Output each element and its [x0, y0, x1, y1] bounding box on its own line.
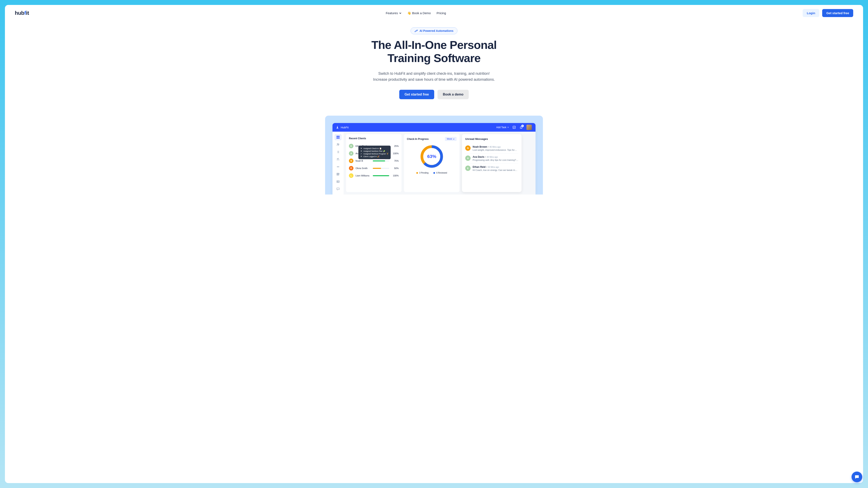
client-row[interactable]: L Liam Williams 100%: [349, 172, 399, 179]
client-name: Olivia Smith: [355, 167, 371, 169]
chevron-down-icon: [399, 12, 402, 14]
nav-pricing[interactable]: Pricing: [436, 11, 446, 15]
tooltip-row: ✕Assigned Check-In 📋: [361, 147, 389, 150]
client-name: Liam Williams: [355, 174, 371, 177]
message-row[interactable]: N Noah Brown - 46 Mins ago Lost weight, …: [465, 143, 518, 154]
svg-point-1: [337, 126, 338, 127]
tooltip-mark-icon: ✕: [361, 147, 362, 150]
hero-subtitle: Switch to HubFit and simplify client che…: [362, 71, 506, 83]
nav-book-demo-label: 👋 Book a Demo: [407, 11, 431, 15]
checkin-donut: 63%: [420, 144, 444, 169]
checkin-title: Check-In Progress: [407, 138, 429, 140]
client-progress-bar: [373, 168, 389, 169]
message-avatar: E: [465, 166, 471, 171]
hero-get-started-button[interactable]: Get started free: [399, 90, 434, 99]
nav-book-demo[interactable]: 👋 Book a Demo: [407, 11, 431, 15]
message-text: Progressing well. Any tips for core trai…: [473, 159, 518, 161]
client-avatar: L: [349, 173, 353, 178]
sidebar-list-icon[interactable]: [335, 149, 342, 155]
period-selector[interactable]: Week: [445, 137, 457, 141]
chevron-down-icon: [453, 138, 455, 140]
dash-sidebar: [333, 132, 344, 195]
message-name: Noah Brown -: [473, 145, 489, 148]
nav-features-label: Features: [386, 11, 398, 15]
chat-fab[interactable]: [851, 471, 862, 482]
bell-badge: 5: [521, 125, 524, 127]
logo[interactable]: hubfit: [15, 10, 29, 16]
recent-clients-card: Recent Clients E Ethan Reid 25% A Ava Da…: [346, 134, 402, 192]
logo-text: hubfit: [15, 10, 29, 16]
dash-brand: HubFit: [336, 126, 348, 129]
message-text: Hi Coach, low on energy. Can we tweak my…: [473, 169, 518, 171]
svg-rect-5: [337, 137, 338, 139]
client-pct: 50%: [391, 167, 399, 169]
svg-rect-3: [337, 136, 338, 137]
client-avatar: E: [349, 144, 353, 148]
tooltip-mark-icon: ✕: [361, 150, 362, 152]
client-row[interactable]: O Olivia Smith 50%: [349, 164, 399, 172]
tooltip-row: ✕Assigned Nutrition Plan 🥬: [361, 150, 389, 153]
message-time: 48 Mins ago: [487, 156, 498, 158]
pending-dot-icon: [416, 172, 418, 174]
sidebar-chat-icon[interactable]: [335, 186, 342, 192]
client-progress-bar: [373, 175, 389, 176]
svg-point-8: [338, 144, 339, 144]
client-pct: 100%: [391, 152, 399, 155]
tooltip-row: ✓Assigned Workout Program 🏋: [361, 153, 389, 155]
hero-book-demo-button[interactable]: Book a demo: [437, 90, 469, 99]
plus-icon: +: [507, 126, 509, 129]
message-text: Lost weight, improved endurance. Tips fo…: [473, 149, 518, 151]
svg-point-7: [337, 143, 338, 144]
svg-rect-6: [338, 137, 339, 139]
message-name: Ethan Reid -: [473, 166, 487, 168]
client-avatar: N: [349, 159, 353, 163]
sidebar-library-icon[interactable]: [335, 171, 342, 177]
sidebar-clients-icon[interactable]: [335, 141, 342, 148]
nav-features[interactable]: Features: [386, 11, 402, 15]
message-avatar: N: [465, 145, 471, 151]
add-task-button[interactable]: Add Task +: [496, 126, 509, 129]
sidebar-dashboard-icon[interactable]: [335, 134, 342, 140]
get-started-button[interactable]: Get started free: [822, 9, 853, 17]
login-button[interactable]: Login: [803, 9, 819, 17]
messages-card: Unread Messages N Noah Brown - 46 Mins a…: [462, 134, 522, 192]
legend-reviewed: 6 Reviewed: [433, 172, 447, 174]
client-pct: 100%: [391, 174, 399, 177]
message-time: 50 Mins ago: [488, 166, 499, 168]
message-name: Ava Davis -: [473, 156, 486, 158]
message-time: 46 Mins ago: [490, 146, 501, 148]
legend-pending: 3 Pending: [416, 172, 429, 174]
logo-mark-icon: [336, 126, 339, 129]
tooltip-row: ✕Client Logged In 🎉: [361, 155, 389, 158]
sidebar-workout-icon[interactable]: [335, 164, 342, 170]
recent-clients-title: Recent Clients: [349, 137, 399, 140]
tooltip-mark-icon: ✕: [361, 155, 362, 158]
messages-title: Unread Messages: [465, 137, 518, 140]
client-tooltip: ✕Assigned Check-In 📋✕Assigned Nutrition …: [359, 145, 391, 159]
message-row[interactable]: A Ava Davis - 48 Mins ago Progressing we…: [465, 154, 518, 163]
client-progress-bar: [373, 160, 389, 161]
checkin-card: Check-In Progress Week: [404, 134, 460, 192]
reviewed-dot-icon: [433, 172, 435, 174]
nav-pricing-label: Pricing: [436, 11, 446, 15]
dashboard-preview: HubFit Add Task + 5: [325, 116, 543, 195]
sidebar-photo-icon[interactable]: [335, 178, 342, 185]
checkbox-icon[interactable]: [513, 126, 516, 129]
avatar[interactable]: [526, 125, 532, 130]
trend-up-icon: [414, 29, 418, 32]
svg-rect-9: [337, 173, 337, 175]
hero-title: The All-In-One Personal Training Softwar…: [13, 38, 855, 65]
client-avatar: A: [349, 151, 353, 156]
hero-badge-text: AI Powered Automations: [420, 29, 453, 32]
client-avatar: O: [349, 166, 353, 170]
bell-icon[interactable]: 5: [520, 126, 523, 129]
hero-badge[interactable]: AI Powered Automations: [410, 27, 457, 34]
message-avatar: A: [465, 156, 471, 161]
client-pct: 75%: [391, 160, 399, 162]
sidebar-nutrition-icon[interactable]: [335, 156, 342, 162]
chat-icon: [855, 475, 859, 479]
client-name: Noah B: [355, 160, 371, 162]
svg-rect-4: [338, 136, 339, 137]
message-row[interactable]: E Ethan Reid - 50 Mins ago Hi Coach, low…: [465, 163, 518, 173]
tooltip-mark-icon: ✓: [361, 153, 362, 155]
